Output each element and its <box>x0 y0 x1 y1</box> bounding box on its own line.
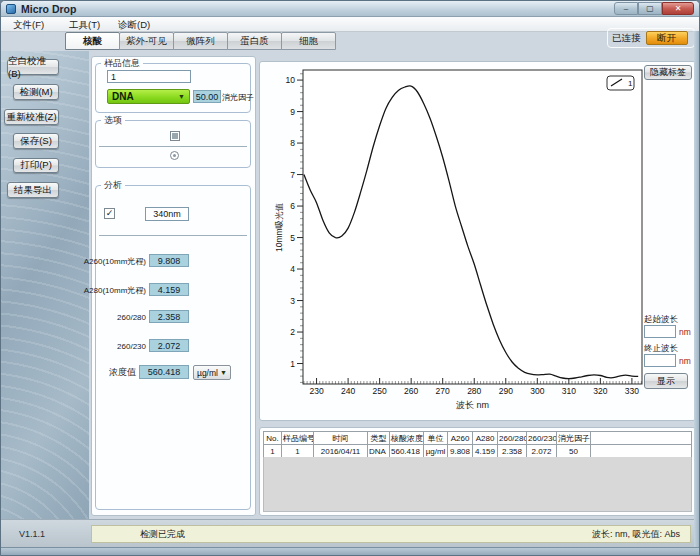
start-wavelength-label: 起始波长 <box>644 314 678 325</box>
analysis-divider <box>99 235 247 236</box>
ratio-260-280-label: 260/280 <box>117 312 146 323</box>
checkbox-fill-icon <box>172 133 178 139</box>
connection-group: 已连接 断开 <box>607 28 695 48</box>
sidebar: 空白校准(B) 检测(M) 重新校准(Z) 保存(S) 打印(P) 结果导出 <box>1 51 89 519</box>
svg-text:320: 320 <box>593 386 607 396</box>
svg-text:230: 230 <box>309 386 323 396</box>
title-bar[interactable]: Micro Drop <box>1 1 699 17</box>
end-wavelength-label: 终止波长 <box>644 343 678 354</box>
app-window: Micro Drop – ▢ ✕ 文件(F) 工具(T) 诊断(D) 核酸 紫外… <box>0 0 700 556</box>
spectrum-chart[interactable]: 2302402502602702802903003103203301234567… <box>260 62 697 422</box>
extinction-factor-field[interactable]: 50.00 <box>193 90 221 103</box>
print-button[interactable]: 打印(P) <box>13 158 59 173</box>
option-checkbox[interactable] <box>170 131 180 141</box>
svg-text:300: 300 <box>530 386 544 396</box>
options-group-label: 选项 <box>101 115 125 126</box>
chart-panel: 2302402502602702802903003103203301234567… <box>259 61 696 421</box>
close-button[interactable]: ✕ <box>662 2 694 15</box>
window-right-border <box>694 31 700 547</box>
column-header: 260/280 <box>498 432 527 445</box>
svg-text:330: 330 <box>625 386 639 396</box>
svg-text:5: 5 <box>290 233 295 243</box>
sample-info-group-label: 样品信息 <box>101 58 143 69</box>
column-header: 消光因子 <box>557 432 591 445</box>
app-icon <box>6 4 16 14</box>
column-header: A280 <box>473 432 498 445</box>
svg-text:10: 10 <box>286 75 296 85</box>
tab-cell[interactable]: 细胞 <box>281 32 336 50</box>
column-header: 样品编号 <box>282 432 314 445</box>
column-header: 时间 <box>314 432 368 445</box>
end-wavelength-input[interactable] <box>644 354 676 367</box>
svg-text:250: 250 <box>373 386 387 396</box>
a260-label: A260(10mm光程) <box>84 256 146 267</box>
svg-text:9: 9 <box>290 107 295 117</box>
svg-text:280: 280 <box>467 386 481 396</box>
baseline-checkbox[interactable]: ✓ <box>104 208 115 219</box>
start-nm-label: nm <box>679 327 691 337</box>
y-axis-label: 10mm吸光值 <box>274 183 285 273</box>
export-results-button[interactable]: 结果导出 <box>7 182 59 198</box>
options-divider <box>99 146 247 147</box>
column-header: 核酸浓度 <box>390 432 424 445</box>
table-empty-area <box>263 457 692 512</box>
svg-text:7: 7 <box>290 170 295 180</box>
tab-uv-vis[interactable]: 紫外-可见 <box>119 32 174 50</box>
chevron-down-icon: ▼ <box>220 369 227 376</box>
svg-text:270: 270 <box>436 386 450 396</box>
status-strip: 检测已完成 波长: nm, 吸光值: Abs <box>91 525 691 543</box>
extinction-factor-label: 消光因子 <box>222 92 254 103</box>
svg-text:6: 6 <box>290 201 295 211</box>
unit-select[interactable]: µg/ml ▼ <box>193 365 231 380</box>
menu-item-diagnosis[interactable]: 诊断(D) <box>114 17 154 32</box>
option-radio[interactable] <box>170 151 179 160</box>
sample-name-input[interactable]: 1 <box>107 70 191 83</box>
table-row[interactable]: 1 1 2016/04/11 DNA 560.418 µg/ml 9.808 4… <box>264 445 692 458</box>
svg-text:290: 290 <box>499 386 513 396</box>
save-button[interactable]: 保存(S) <box>13 133 59 149</box>
sample-type-select[interactable]: DNA ▼ <box>107 89 190 104</box>
minimize-button[interactable]: – <box>614 2 638 15</box>
svg-text:310: 310 <box>562 386 576 396</box>
status-message: 检测已完成 <box>140 528 185 541</box>
start-wavelength-input[interactable] <box>644 325 676 338</box>
show-button[interactable]: 显示 <box>644 373 688 389</box>
baseline-wavelength-input[interactable]: 340nm <box>145 207 189 221</box>
svg-text:8: 8 <box>290 138 295 148</box>
maximize-button[interactable]: ▢ <box>638 2 662 15</box>
unit-value: µg/ml <box>197 368 218 378</box>
recalibrate-button[interactable]: 重新校准(Z) <box>4 109 59 125</box>
status-readout: 波长: nm, 吸光值: Abs <box>592 528 680 541</box>
connection-status-label: 已连接 <box>612 32 641 45</box>
analysis-group: 分析 ✓ 340nm A260(10mm光程) 9.808 A280(10mm光… <box>95 185 251 510</box>
sample-info-group: 样品信息 1 DNA ▼ 50.00 消光因子 <box>95 63 251 113</box>
tab-microarray[interactable]: 微阵列 <box>173 32 228 50</box>
svg-text:1: 1 <box>290 359 295 369</box>
window-controls: – ▢ ✕ <box>614 2 694 15</box>
disconnect-button[interactable]: 断开 <box>646 31 688 45</box>
column-header: No. <box>264 432 282 445</box>
tab-nucleic-acid[interactable]: 核酸 <box>65 32 120 50</box>
x-axis-label: 波长 nm <box>303 400 642 411</box>
measure-button[interactable]: 检测(M) <box>13 84 59 100</box>
a280-label: A280(10mm光程) <box>84 285 146 296</box>
svg-text:4: 4 <box>290 264 295 274</box>
status-bar: V1.1.1 检测已完成 波长: nm, 吸光值: Abs <box>1 519 700 547</box>
left-panel: 样品信息 1 DNA ▼ 50.00 消光因子 选项 分析 ✓ 340nm A2… <box>91 56 256 516</box>
tab-protein[interactable]: 蛋白质 <box>227 32 282 50</box>
a280-field: 4.159 <box>149 283 189 296</box>
a260-field: 9.808 <box>149 254 189 267</box>
svg-text:240: 240 <box>341 386 355 396</box>
chevron-down-icon: ▼ <box>178 93 185 100</box>
end-nm-label: nm <box>679 356 691 366</box>
svg-text:3: 3 <box>290 296 295 306</box>
svg-text:1: 1 <box>628 79 633 88</box>
ratio-260-230-label: 260/230 <box>117 341 146 352</box>
menu-item-file[interactable]: 文件(F) <box>9 17 48 32</box>
svg-text:260: 260 <box>404 386 418 396</box>
menu-item-tools[interactable]: 工具(T) <box>65 17 104 32</box>
hide-labels-button[interactable]: 隐藏标签 <box>644 65 692 80</box>
concentration-label: 浓度值 <box>109 367 136 378</box>
blank-calibrate-button[interactable]: 空白校准(B) <box>7 59 59 75</box>
window-title: Micro Drop <box>21 1 76 17</box>
